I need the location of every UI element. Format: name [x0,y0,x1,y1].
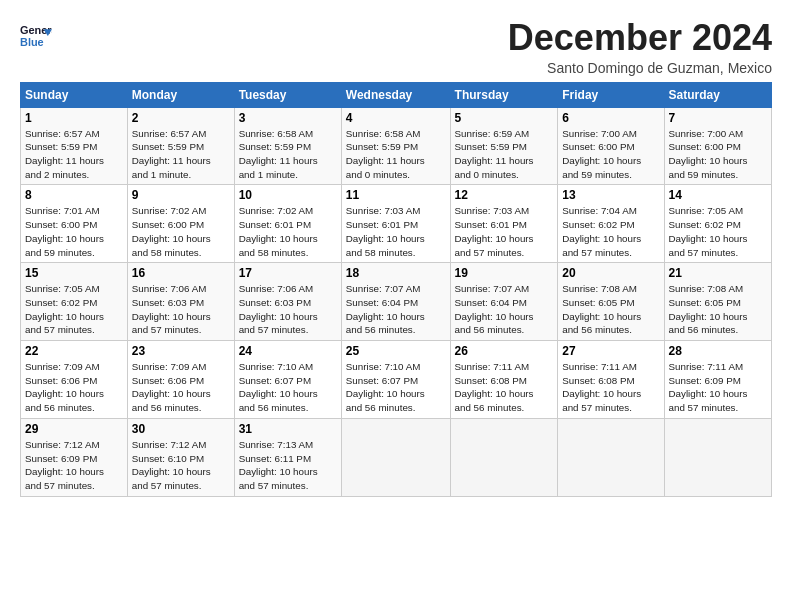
day-cell: 3Sunrise: 6:58 AM Sunset: 5:59 PM Daylig… [234,107,341,185]
day-cell: 5Sunrise: 6:59 AM Sunset: 5:59 PM Daylig… [450,107,558,185]
header-row: Sunday Monday Tuesday Wednesday Thursday… [21,82,772,107]
day-cell: 18Sunrise: 7:07 AM Sunset: 6:04 PM Dayli… [341,263,450,341]
day-cell [341,418,450,496]
day-number: 16 [132,266,230,280]
location: Santo Domingo de Guzman, Mexico [508,60,772,76]
logo: General Blue [20,22,56,50]
day-number: 13 [562,188,659,202]
day-cell [450,418,558,496]
calendar-table: Sunday Monday Tuesday Wednesday Thursday… [20,82,772,497]
day-number: 29 [25,422,123,436]
day-number: 22 [25,344,123,358]
day-number: 12 [455,188,554,202]
day-cell: 25Sunrise: 7:10 AM Sunset: 6:07 PM Dayli… [341,341,450,419]
day-info: Sunrise: 7:12 AM Sunset: 6:10 PM Dayligh… [132,438,230,493]
day-number: 21 [669,266,768,280]
day-cell: 13Sunrise: 7:04 AM Sunset: 6:02 PM Dayli… [558,185,664,263]
day-info: Sunrise: 7:02 AM Sunset: 6:00 PM Dayligh… [132,204,230,259]
day-number: 10 [239,188,337,202]
day-info: Sunrise: 7:00 AM Sunset: 6:00 PM Dayligh… [562,127,659,182]
col-wednesday: Wednesday [341,82,450,107]
month-title: December 2024 [508,18,772,58]
day-info: Sunrise: 6:58 AM Sunset: 5:59 PM Dayligh… [346,127,446,182]
day-cell [558,418,664,496]
page: General Blue December 2024 Santo Domingo… [0,0,792,507]
day-number: 11 [346,188,446,202]
day-cell: 11Sunrise: 7:03 AM Sunset: 6:01 PM Dayli… [341,185,450,263]
day-cell: 8Sunrise: 7:01 AM Sunset: 6:00 PM Daylig… [21,185,128,263]
day-cell: 27Sunrise: 7:11 AM Sunset: 6:08 PM Dayli… [558,341,664,419]
day-info: Sunrise: 6:58 AM Sunset: 5:59 PM Dayligh… [239,127,337,182]
day-info: Sunrise: 7:06 AM Sunset: 6:03 PM Dayligh… [239,282,337,337]
day-info: Sunrise: 7:04 AM Sunset: 6:02 PM Dayligh… [562,204,659,259]
day-cell: 30Sunrise: 7:12 AM Sunset: 6:10 PM Dayli… [127,418,234,496]
day-number: 23 [132,344,230,358]
week-row-2: 8Sunrise: 7:01 AM Sunset: 6:00 PM Daylig… [21,185,772,263]
day-cell: 24Sunrise: 7:10 AM Sunset: 6:07 PM Dayli… [234,341,341,419]
day-number: 4 [346,111,446,125]
day-number: 7 [669,111,768,125]
day-info: Sunrise: 7:00 AM Sunset: 6:00 PM Dayligh… [669,127,768,182]
day-number: 15 [25,266,123,280]
day-info: Sunrise: 7:09 AM Sunset: 6:06 PM Dayligh… [132,360,230,415]
day-cell: 26Sunrise: 7:11 AM Sunset: 6:08 PM Dayli… [450,341,558,419]
day-cell: 23Sunrise: 7:09 AM Sunset: 6:06 PM Dayli… [127,341,234,419]
day-number: 8 [25,188,123,202]
day-cell: 4Sunrise: 6:58 AM Sunset: 5:59 PM Daylig… [341,107,450,185]
day-number: 28 [669,344,768,358]
day-number: 27 [562,344,659,358]
col-tuesday: Tuesday [234,82,341,107]
day-cell: 12Sunrise: 7:03 AM Sunset: 6:01 PM Dayli… [450,185,558,263]
day-number: 20 [562,266,659,280]
day-info: Sunrise: 7:12 AM Sunset: 6:09 PM Dayligh… [25,438,123,493]
col-friday: Friday [558,82,664,107]
col-sunday: Sunday [21,82,128,107]
day-number: 30 [132,422,230,436]
day-number: 2 [132,111,230,125]
day-info: Sunrise: 7:05 AM Sunset: 6:02 PM Dayligh… [25,282,123,337]
week-row-4: 22Sunrise: 7:09 AM Sunset: 6:06 PM Dayli… [21,341,772,419]
day-number: 24 [239,344,337,358]
calendar-body: 1Sunrise: 6:57 AM Sunset: 5:59 PM Daylig… [21,107,772,496]
day-info: Sunrise: 7:11 AM Sunset: 6:08 PM Dayligh… [562,360,659,415]
day-cell: 19Sunrise: 7:07 AM Sunset: 6:04 PM Dayli… [450,263,558,341]
day-cell: 10Sunrise: 7:02 AM Sunset: 6:01 PM Dayli… [234,185,341,263]
day-info: Sunrise: 7:10 AM Sunset: 6:07 PM Dayligh… [346,360,446,415]
day-cell: 2Sunrise: 6:57 AM Sunset: 5:59 PM Daylig… [127,107,234,185]
day-number: 9 [132,188,230,202]
day-number: 1 [25,111,123,125]
day-number: 6 [562,111,659,125]
week-row-3: 15Sunrise: 7:05 AM Sunset: 6:02 PM Dayli… [21,263,772,341]
day-number: 5 [455,111,554,125]
day-number: 19 [455,266,554,280]
col-monday: Monday [127,82,234,107]
header: General Blue December 2024 Santo Domingo… [20,18,772,76]
day-cell: 31Sunrise: 7:13 AM Sunset: 6:11 PM Dayli… [234,418,341,496]
day-number: 26 [455,344,554,358]
day-cell [664,418,772,496]
day-info: Sunrise: 6:59 AM Sunset: 5:59 PM Dayligh… [455,127,554,182]
day-info: Sunrise: 7:13 AM Sunset: 6:11 PM Dayligh… [239,438,337,493]
col-saturday: Saturday [664,82,772,107]
day-cell: 1Sunrise: 6:57 AM Sunset: 5:59 PM Daylig… [21,107,128,185]
day-cell: 21Sunrise: 7:08 AM Sunset: 6:05 PM Dayli… [664,263,772,341]
day-info: Sunrise: 6:57 AM Sunset: 5:59 PM Dayligh… [25,127,123,182]
day-number: 14 [669,188,768,202]
day-info: Sunrise: 7:11 AM Sunset: 6:09 PM Dayligh… [669,360,768,415]
day-info: Sunrise: 6:57 AM Sunset: 5:59 PM Dayligh… [132,127,230,182]
day-cell: 28Sunrise: 7:11 AM Sunset: 6:09 PM Dayli… [664,341,772,419]
day-info: Sunrise: 7:06 AM Sunset: 6:03 PM Dayligh… [132,282,230,337]
day-info: Sunrise: 7:11 AM Sunset: 6:08 PM Dayligh… [455,360,554,415]
day-info: Sunrise: 7:10 AM Sunset: 6:07 PM Dayligh… [239,360,337,415]
title-block: December 2024 Santo Domingo de Guzman, M… [508,18,772,76]
day-info: Sunrise: 7:07 AM Sunset: 6:04 PM Dayligh… [455,282,554,337]
day-cell: 16Sunrise: 7:06 AM Sunset: 6:03 PM Dayli… [127,263,234,341]
day-info: Sunrise: 7:08 AM Sunset: 6:05 PM Dayligh… [669,282,768,337]
day-info: Sunrise: 7:08 AM Sunset: 6:05 PM Dayligh… [562,282,659,337]
col-thursday: Thursday [450,82,558,107]
day-cell: 15Sunrise: 7:05 AM Sunset: 6:02 PM Dayli… [21,263,128,341]
day-number: 31 [239,422,337,436]
day-info: Sunrise: 7:05 AM Sunset: 6:02 PM Dayligh… [669,204,768,259]
svg-text:Blue: Blue [20,36,44,48]
day-cell: 7Sunrise: 7:00 AM Sunset: 6:00 PM Daylig… [664,107,772,185]
